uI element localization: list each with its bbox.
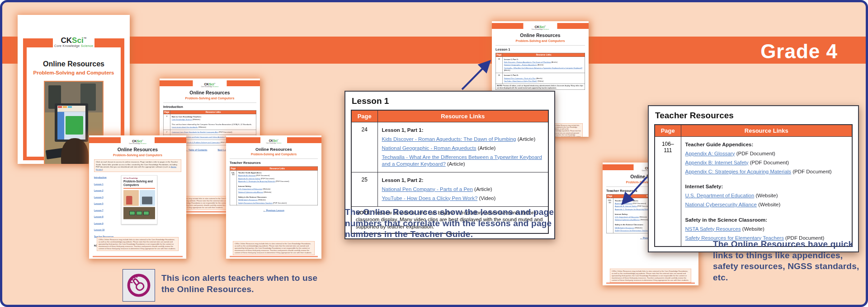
resource-link[interactable]: Appendix C: Strategies for Acquiring Mat…	[238, 181, 275, 183]
lesson-link[interactable]: Lesson 1	[94, 183, 104, 186]
resource-links-cell: Note to Core Knowledge Teachers:Core Kno…	[170, 114, 256, 130]
resource-type-label: (Article)	[446, 161, 465, 167]
resource-link[interactable]: National Cybersecurity Alliance	[685, 202, 757, 207]
resource-link[interactable]: Appendix C: Strategies for Acquiring Mat…	[685, 169, 792, 174]
resource-type-label: (PDF Document)	[273, 202, 287, 204]
resource-links-cell: Lesson 1, Part 1:Kids Discover - Roman A…	[503, 57, 585, 73]
resource-link[interactable]: National Geographic - Roman Aqueducts	[504, 64, 537, 66]
resource-link[interactable]: U.S. Department of Education	[615, 216, 639, 218]
resource-group-label: Safety in the Science Classroom:	[238, 196, 267, 198]
lesson-link[interactable]: Lesson 5	[94, 203, 104, 205]
lesson-link[interactable]: Lesson 3	[94, 196, 104, 199]
resource-link[interactable]: National Cybersecurity Alliance	[238, 191, 263, 193]
screen-app-window	[66, 116, 83, 135]
click-hand-icon	[125, 271, 153, 299]
page-cell: 106–111	[655, 137, 681, 247]
lesson-link[interactable]: Lesson 9	[94, 222, 104, 225]
resource-type-label: (PDF Document)	[749, 160, 789, 165]
resource-link[interactable]: Learn more about the standards.	[172, 126, 198, 128]
resource-links-cell: Lesson 1, Part 1:Kids Discover - Roman A…	[377, 122, 548, 172]
resource-type-label: (Website)	[757, 202, 780, 207]
resource-link[interactable]: Appendix C: Strategies for Acquiring Mat…	[615, 208, 652, 210]
resource-type-label: (PDF Document)	[260, 177, 274, 180]
resource-link[interactable]: Appendix A: Glossary	[238, 175, 255, 177]
instructions-box: Click on each lesson to access its onlin…	[94, 159, 181, 172]
resource-links-cell: Common Core State Standards for English …	[170, 130, 256, 135]
lesson-link[interactable]: Lesson 7	[94, 209, 104, 212]
resource-link[interactable]: Appendix B: Internet Safety	[238, 177, 260, 180]
resource-link[interactable]: Core Knowledge Science	[172, 118, 192, 121]
resource-group-label: Teacher Guide Appendices:	[238, 172, 262, 174]
callout-page-numbers: The Online Resources show the lessons an…	[345, 207, 571, 240]
resource-group-label: Safety in the Science Classroom:	[685, 217, 768, 223]
guide-cover-illustrations	[123, 190, 155, 206]
resource-type-label: (Website)	[258, 199, 266, 201]
resource-link[interactable]: Common Core State Standards for English …	[172, 131, 218, 134]
resource-link[interactable]: Appendix A: Glossary	[615, 202, 632, 205]
resource-group-label: Teacher Guide Appendices:	[615, 200, 638, 202]
page-column-header: Page	[655, 125, 681, 137]
lesson-link[interactable]: Lesson 10	[94, 229, 104, 232]
resource-link[interactable]: Appendix B: Internet Safety	[615, 205, 637, 208]
disclaimer-box: CKSci Online Resources may include links…	[610, 269, 691, 283]
page-cell: 25	[351, 172, 377, 207]
resource-type-label: (Article)	[516, 136, 536, 142]
resource-link[interactable]: Appendix A: Glossary	[685, 151, 735, 156]
teacher-guide-cover-thumbnail: ❖ Core Knowledge Problem-Solving and Com…	[121, 175, 157, 224]
resource-link[interactable]: Safety Resources for Elementary Teachers	[238, 202, 273, 204]
page-cell: 24	[351, 122, 377, 172]
cksci-logo: CKSci™Core Knowledge Science	[532, 25, 549, 30]
resource-group-label: Note to Core Knowledge Teachers:	[172, 116, 202, 118]
resource-link[interactable]: National Cybersecurity Alliance	[615, 219, 640, 221]
resource-link[interactable]: U.S. Department of Education	[238, 188, 262, 191]
resource-link[interactable]: YouTube - How Does a Clicky Pen Work?	[382, 195, 478, 201]
resource-links-cell: Lesson 1, Part 2:National Pen Company - …	[503, 73, 585, 84]
table-row: 25Lesson 1, Part 2:National Pen Company …	[351, 172, 548, 207]
table-row: 24Lesson 1, Part 1:Kids Discover - Roman…	[495, 57, 585, 73]
page-cell: 7	[163, 130, 170, 135]
resource-link[interactable]: Techwalla - What Are the Differences Bet…	[504, 67, 583, 69]
resource-links-cell: Teacher Guide Appendices:Appendix A: Glo…	[237, 170, 318, 205]
cksci-logo: CKSci™Core Knowledge Science	[129, 139, 146, 144]
page-bottom-rule	[230, 256, 318, 257]
page-cell: 24	[495, 57, 502, 73]
guide-cover-photo-strip	[123, 207, 155, 219]
resource-link[interactable]: Appendix B: Internet Safety	[685, 160, 749, 165]
resource-type-label: (Video)	[477, 195, 495, 201]
teacher-resources-table: PageResource Links106–111Teacher Guide A…	[230, 167, 318, 206]
cksci-logo: CKSci™Core Knowledge Science	[54, 37, 94, 48]
table-row: 24Lesson 1, Part 1:Kids Discover - Roman…	[351, 122, 548, 172]
page-column-header: Page	[606, 194, 613, 198]
resource-link[interactable]: Kids Discover - Roman Aqueducts: The Daw…	[382, 136, 516, 142]
cover-subtitle: Problem-Solving and Computers	[18, 70, 130, 75]
resource-table: PageResource Links106–111Teacher Guide A…	[654, 124, 853, 247]
resource-link[interactable]: NSTA Safety Resources	[238, 199, 258, 201]
table-note: NOTE: Preview all videos, and cue beyond…	[495, 84, 585, 90]
page-bottom-rule	[606, 283, 695, 284]
table-row: 3Note to Core Knowledge Teachers:Core Kn…	[163, 114, 256, 130]
resource-link[interactable]: NSTA Safety Resources	[615, 227, 634, 229]
table-of-contents-link[interactable]: ← Table of Contents	[185, 149, 207, 151]
resource-link[interactable]: National Pen Company - Parts of a Pen	[504, 77, 536, 79]
previous-lesson-link[interactable]: ← Previous Lesson	[263, 209, 284, 212]
resource-link[interactable]: National Geographic - Roman Aqueducts	[382, 145, 476, 151]
resource-link[interactable]: Kids Discover - Roman Aqueducts: The Daw…	[504, 61, 551, 63]
orange-band	[2, 37, 866, 64]
links-column-header: Resource Links	[503, 53, 585, 57]
resource-type-label: (PDF Document)	[735, 151, 775, 156]
resource-type-label: (Video)	[537, 80, 543, 82]
page-cell: 3	[163, 114, 170, 130]
resource-link[interactable]: NSTA Safety Resources	[685, 226, 741, 232]
lesson-link[interactable]: Lesson 2	[94, 190, 104, 192]
page-cell: 106–111	[606, 198, 613, 233]
resource-link[interactable]: National Pen Company - Parts of a Pen	[382, 186, 473, 192]
resource-link[interactable]: Safety Resources for Elementary Teachers	[615, 229, 649, 232]
resource-type-label: (Website)	[640, 219, 648, 221]
lesson-links-list: IntroductionLesson 1Lesson 2Lesson 3Less…	[94, 175, 121, 241]
lesson-link[interactable]: Lesson 8	[94, 216, 104, 219]
resource-link[interactable]: YouTube - How Does a Clicky Pen Work?	[504, 80, 538, 82]
doc-subtitle: Problem-Solving and Computers	[226, 153, 321, 156]
table-row: 7Common Core State Standards for English…	[163, 130, 256, 135]
lesson-link[interactable]: Introduction	[94, 177, 107, 179]
resource-link[interactable]: U.S. Department of Education	[685, 193, 755, 198]
